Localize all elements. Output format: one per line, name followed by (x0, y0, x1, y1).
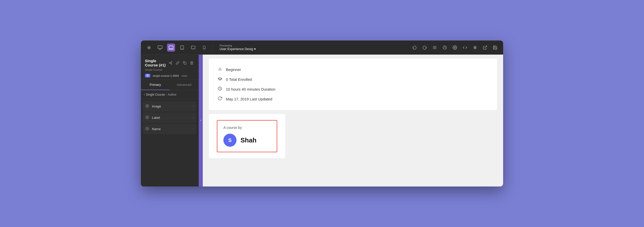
svg-point-5 (182, 48, 182, 49)
save-icon[interactable] (491, 44, 499, 52)
svg-rect-6 (191, 46, 195, 49)
copy-icon[interactable] (182, 60, 187, 66)
toolbar-right (411, 44, 499, 52)
clock-icon[interactable] (441, 44, 449, 52)
preview-title: User Experience Desig (220, 47, 253, 51)
chevron-down-icon: ▾ (254, 47, 256, 51)
sidebar-title-icons (168, 60, 194, 66)
graduation-icon (217, 77, 223, 82)
toolbar-left: ⊕ Previewing User Experience Desig (145, 44, 256, 52)
delete-icon[interactable] (189, 60, 194, 66)
id-badge: ID (145, 74, 150, 78)
collapse-tab[interactable]: ‹ (199, 55, 203, 186)
add-icon[interactable]: ⊕ (145, 44, 153, 52)
list-item[interactable]: Name › (143, 124, 196, 134)
chevron-right-icon: › (193, 105, 194, 108)
avatar-letter: S (228, 137, 231, 143)
sidebar: Single Course (#1) (141, 55, 199, 186)
tab-primary[interactable]: Primary (141, 80, 170, 90)
author-card: A course by S Shah (209, 114, 285, 158)
name-label: Name (152, 127, 193, 131)
info-row-enrolled: 0 Total Enrolled (217, 74, 489, 84)
label-label: Label (152, 116, 193, 120)
toolbar: ⊕ Previewing User Experience Desig (141, 41, 503, 55)
list-item[interactable]: Image › (143, 101, 196, 111)
svg-rect-0 (158, 46, 162, 49)
updated-text: May 17, 2019 Last Updated (226, 97, 272, 101)
preview-section: Previewing User Experience Desig ▾ (220, 44, 256, 51)
collapse-icon: ‹ (200, 119, 201, 122)
preview-label: Previewing (220, 44, 256, 47)
breadcrumb-back-icon[interactable]: ‹ (144, 93, 145, 96)
svg-point-10 (204, 48, 204, 48)
svg-point-21 (169, 62, 170, 63)
separator-1 (212, 45, 213, 51)
chevron-right-icon: › (193, 127, 194, 131)
author-card-wrapper: A course by S Shah (209, 114, 497, 166)
image-label: Image (152, 104, 193, 108)
preview-dropdown[interactable]: User Experience Desig ▾ (220, 47, 256, 51)
info-section: Beginner 0 Total Enrolled 10 hours 40 mi… (209, 59, 497, 110)
share-icon[interactable] (168, 60, 173, 66)
sidebar-tabs: Primary Advanced (141, 80, 198, 90)
link-icon[interactable] (175, 60, 180, 66)
clock-icon (217, 86, 223, 92)
sidebar-id-row: ID -single-course-1-4669 state (145, 74, 194, 78)
canvas-wrapper: Beginner 0 Total Enrolled 10 hours 40 mi… (203, 55, 503, 186)
chevron-right-icon: › (193, 116, 194, 120)
enrolled-text: 0 Total Enrolled (226, 77, 252, 82)
info-row-duration: 10 hours 40 minutes Duration (217, 84, 489, 94)
desktop-icon[interactable] (156, 44, 164, 52)
breadcrumb-single-course[interactable]: Single Course (146, 93, 165, 96)
beginner-text: Beginner (226, 67, 241, 72)
sidebar-title: Single Course (#1) (145, 59, 168, 67)
svg-line-23 (170, 63, 171, 64)
info-card: Beginner 0 Total Enrolled 10 hours 40 mi… (209, 59, 497, 110)
mobile-icon[interactable] (200, 44, 208, 52)
gear-icon[interactable] (451, 44, 459, 52)
svg-point-26 (147, 105, 148, 106)
code-icon[interactable] (461, 44, 469, 52)
duration-text: 10 hours 40 minutes Duration (226, 87, 275, 91)
hash-icon[interactable] (471, 44, 479, 52)
sidebar-subtitle: Single Course (145, 68, 194, 71)
author-avatar: S (223, 134, 236, 147)
laptop-icon[interactable] (167, 44, 175, 52)
id-value: -single-course-1-4669 (152, 74, 179, 77)
svg-point-20 (171, 61, 172, 62)
breadcrumb: ‹ Single Course / Author (141, 90, 198, 99)
bar-chart-icon (217, 67, 223, 72)
svg-point-22 (171, 63, 172, 64)
tab-advanced[interactable]: Advanced (170, 80, 199, 90)
sidebar-title-row: Single Course (#1) (145, 59, 194, 67)
gear-icon (145, 116, 149, 120)
app-window: ⊕ Previewing User Experience Desig (141, 41, 503, 186)
info-row-updated: May 17, 2019 Last Updated (217, 94, 489, 104)
list-icon[interactable] (431, 44, 439, 52)
list-item[interactable]: Label › (143, 112, 196, 123)
tablet-icon[interactable] (178, 44, 186, 52)
main-content: Single Course (#1) (141, 55, 503, 186)
sidebar-header: Single Course (#1) (141, 55, 198, 80)
svg-point-28 (147, 128, 148, 129)
author-label: A course by (223, 126, 271, 130)
info-row-beginner: Beginner (217, 65, 489, 74)
svg-line-24 (170, 62, 171, 63)
breadcrumb-author: Author (168, 93, 177, 96)
redo-icon[interactable] (421, 44, 429, 52)
undo-icon[interactable] (411, 44, 419, 52)
author-row: S Shah (223, 134, 271, 147)
gear-icon (145, 127, 149, 131)
author-highlight-box: A course by S Shah (217, 120, 277, 152)
gear-icon (145, 104, 149, 108)
author-name: Shah (240, 136, 257, 144)
refresh-icon (217, 96, 223, 102)
svg-point-15 (454, 47, 456, 48)
svg-point-27 (147, 117, 148, 118)
svg-rect-25 (184, 62, 186, 64)
state-badge: state (181, 74, 187, 77)
export-icon[interactable] (481, 44, 489, 52)
breadcrumb-separator: / (166, 93, 167, 96)
sidebar-items: Image › Label › Name › (141, 99, 198, 186)
tv-icon[interactable] (189, 44, 197, 52)
